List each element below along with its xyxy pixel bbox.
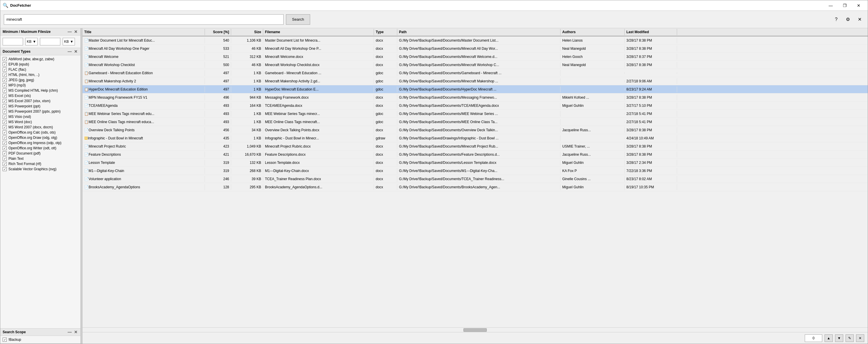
table-row[interactable]: 📄BrooksAcademy_AgendaOptions 128 295 KB … (83, 183, 868, 191)
doctype-checkbox[interactable] (3, 57, 7, 61)
table-row[interactable]: 📄Overview Deck Talking Points 456 34 KB … (83, 126, 868, 134)
doctype-checkbox[interactable] (3, 167, 7, 171)
doctype-checkbox[interactable] (3, 68, 7, 72)
doctypes-collapse-btn[interactable]: — (67, 49, 72, 54)
minimize-button[interactable]: — (824, 0, 837, 11)
scope-item[interactable]: !Backup (3, 338, 78, 342)
table-row[interactable]: 📄Minecraft Project Rubric 423 1,049 KB M… (83, 142, 868, 150)
col-header-authors[interactable]: Authors (560, 29, 625, 35)
doctype-item[interactable]: JPEG (jpg, jpeg) (0, 77, 81, 83)
doctype-item[interactable]: OpenOffice.org Draw (odg, otg) (0, 135, 81, 140)
scope-close-btn[interactable]: ✕ (73, 330, 78, 334)
filesize-close-btn[interactable]: ✕ (73, 29, 78, 34)
doctype-item[interactable]: MS Excel 2007 (xlsx, xlsm) (0, 98, 81, 104)
maximize-button[interactable]: ❐ (838, 0, 851, 11)
settings-icon[interactable]: ⚙ (843, 15, 852, 24)
doctype-checkbox[interactable] (3, 115, 7, 119)
min-filesize-input[interactable] (3, 38, 23, 45)
col-header-path[interactable]: Path (397, 29, 560, 35)
col-header-modified[interactable]: Last Modified (625, 29, 677, 35)
max-filesize-input[interactable] (40, 38, 60, 45)
table-row[interactable]: 📋MEE Webinar Series Tags minecraft edu..… (83, 110, 868, 118)
search-button[interactable]: Search (286, 14, 310, 25)
doctype-checkbox[interactable] (3, 157, 7, 161)
filesize-collapse-btn[interactable]: — (67, 29, 72, 34)
doctype-checkbox[interactable] (3, 104, 7, 108)
doctype-item[interactable]: EPUB (epub) (0, 62, 81, 67)
doctype-item[interactable]: MS Excel (xls) (0, 93, 81, 98)
doctype-item[interactable]: MP3 (mp3) (0, 83, 81, 88)
page-number-input[interactable] (805, 334, 822, 342)
doctype-item[interactable]: PDF Document (pdf) (0, 151, 81, 156)
doctype-item[interactable]: OpenOffice.org Impress (odp, otp) (0, 140, 81, 145)
table-row[interactable]: 📋Gameboard - Minecraft Education Edition… (83, 69, 868, 77)
doctype-checkbox[interactable] (3, 62, 7, 66)
doctype-checkbox[interactable] (3, 120, 7, 124)
doctype-checkbox[interactable] (3, 89, 7, 93)
col-header-filename[interactable]: Filename (263, 29, 374, 35)
doctype-item[interactable]: MS Compiled HTML Help (chm) (0, 88, 81, 93)
cell-type: docx (374, 168, 397, 174)
doctype-item[interactable]: OpenOffice.org Writer (odt, ott) (0, 145, 81, 151)
table-row[interactable]: 📄M1---Digital-Key-Chain 319 268 KB M1---… (83, 167, 868, 175)
doctype-checkbox[interactable] (3, 99, 7, 103)
doctype-checkbox[interactable] (3, 83, 7, 87)
table-row[interactable]: 📋Minecraft Makershop Activity 2 497 1 KB… (83, 77, 868, 85)
table-row[interactable]: 📄Minecraft All Day Workshop One Pager 53… (83, 44, 868, 53)
col-header-title[interactable]: Title (83, 29, 205, 35)
table-row[interactable]: 📋MEE Online Class Tags minecraft educa..… (83, 118, 868, 126)
toolbar-close-icon[interactable]: ✕ (855, 15, 864, 24)
doctype-item[interactable]: Scalable Vector Graphics (svg) (0, 167, 81, 172)
col-header-size[interactable]: Size (231, 29, 263, 35)
scope-collapse-btn[interactable]: — (67, 330, 72, 334)
doctype-item[interactable]: Plain Text (0, 156, 81, 161)
doctype-item[interactable]: MS Word (doc) (0, 119, 81, 125)
doctype-checkbox[interactable] (3, 109, 7, 113)
max-filesize-unit[interactable]: KB ▼ (63, 38, 75, 45)
close-button[interactable]: ✕ (852, 0, 865, 11)
table-row[interactable]: 📄Volunteer application 246 39 KB TCEA_Tr… (83, 175, 868, 183)
app-icon: 🔍 (3, 3, 8, 8)
doctype-checkbox[interactable] (3, 162, 7, 166)
scroll-handle[interactable] (83, 328, 868, 332)
table-row[interactable]: 📄TCEAMEEAgenda 493 164 KB TCEAMEEAgenda.… (83, 102, 868, 110)
doctype-item[interactable]: HTML (html, htm, ..) (0, 72, 81, 77)
doctype-checkbox[interactable] (3, 130, 7, 134)
nav-down-button[interactable]: ▼ (835, 334, 843, 342)
doctype-item[interactable]: Rich Text Format (rtf) (0, 161, 81, 167)
table-row[interactable]: 📄Master Document List for Minecraft Educ… (83, 36, 868, 44)
doctype-item[interactable]: MS Visio (vsd) (0, 114, 81, 119)
table-row[interactable]: 📄Lesson Template 319 132 KB Lesson Templ… (83, 159, 868, 167)
doctype-checkbox[interactable] (3, 73, 7, 77)
doctype-item[interactable]: FLAC (flac) (0, 67, 81, 72)
doctype-checkbox[interactable] (3, 136, 7, 140)
doctype-checkbox[interactable] (3, 146, 7, 150)
search-input[interactable] (4, 14, 284, 25)
doctype-item[interactable]: OpenOffice.org Calc (ods, ots) (0, 130, 81, 135)
doctype-checkbox[interactable] (3, 151, 7, 156)
table-row[interactable]: 📄MPN Messaging Framework FY15 V1 496 944… (83, 94, 868, 102)
highlight-button[interactable]: ✎ (845, 334, 854, 342)
doctype-checkbox[interactable] (3, 125, 7, 129)
table-row[interactable]: 📄Minecraft Welcome 521 312 KB Minecraft … (83, 53, 868, 61)
table-row[interactable]: 📄Feature Descriptions 421 16,670 KB Feat… (83, 150, 868, 159)
table-row[interactable]: 🖼Infographic - Dust Bowl in Minecraft 43… (83, 134, 868, 142)
cell-size: 312 KB (231, 54, 263, 60)
col-header-type[interactable]: Type (374, 29, 397, 35)
bottom-close-button[interactable]: ✕ (856, 334, 864, 342)
doctype-checkbox[interactable] (3, 94, 7, 98)
help-icon[interactable]: ? (832, 15, 841, 24)
doctype-item[interactable]: MS Word 2007 (docx, docm) (0, 125, 81, 130)
doctype-item[interactable]: MS Powerpoint (ppt) (0, 104, 81, 109)
doctype-checkbox[interactable] (3, 141, 7, 145)
doctypes-close-btn[interactable]: ✕ (73, 49, 78, 54)
nav-up-button[interactable]: ▲ (825, 334, 833, 342)
doctype-item[interactable]: MS Powerpoint 2007 (pptx, pptm) (0, 109, 81, 114)
min-filesize-unit[interactable]: KB ▼ (25, 38, 38, 45)
table-row[interactable]: 📋HyperDoc Minecraft Education Edition 49… (83, 85, 868, 94)
doctype-item[interactable]: AbiWord (abw, abw.gz, zabw) (0, 57, 81, 62)
scope-checkbox[interactable] (3, 338, 7, 342)
table-row[interactable]: 📄Minecraft Workshop Checklist 500 46 KB … (83, 61, 868, 69)
doctype-checkbox[interactable] (3, 78, 7, 82)
col-header-score[interactable]: Score [%] (205, 29, 231, 35)
